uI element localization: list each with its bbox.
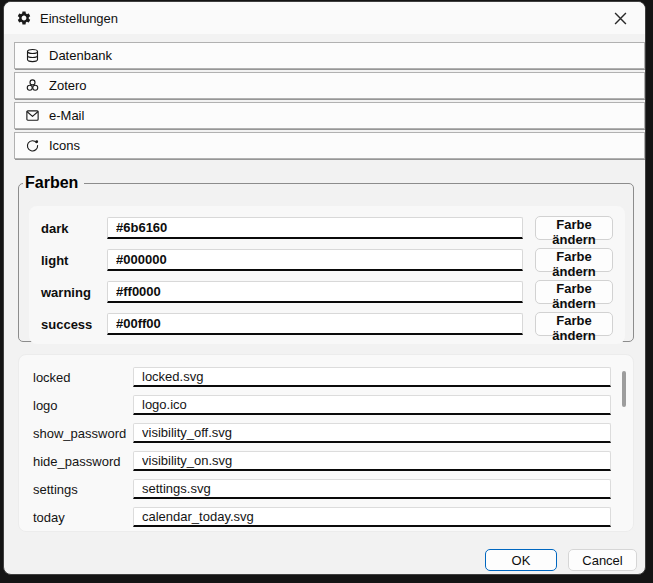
section-zotero[interactable]: Zotero: [14, 72, 645, 99]
section-label: e-Mail: [49, 108, 84, 123]
cancel-button[interactable]: Cancel: [568, 549, 637, 571]
ok-button[interactable]: OK: [485, 549, 557, 571]
section-label: Icons: [49, 138, 80, 153]
color-input-light[interactable]: [107, 249, 523, 271]
settings-dialog: Einstellungen Datenbank Zotero: [3, 1, 646, 575]
color-input-warning[interactable]: [107, 281, 523, 303]
color-label-dark: dark: [41, 221, 95, 236]
icon-file-label-hide-password: hide_password: [33, 454, 125, 469]
change-color-button-dark[interactable]: Farbe ändern: [535, 216, 613, 240]
close-button[interactable]: [603, 5, 637, 31]
color-input-success[interactable]: [107, 313, 523, 335]
dialog-footer: OK Cancel: [485, 549, 637, 571]
icon-file-input-settings[interactable]: [133, 479, 611, 499]
mail-icon: [25, 108, 40, 123]
scrollbar-thumb[interactable]: [622, 371, 626, 407]
section-label: Datenbank: [49, 48, 112, 63]
change-color-button-warning[interactable]: Farbe ändern: [535, 280, 613, 304]
window-title: Einstellungen: [40, 11, 118, 26]
change-color-button-light[interactable]: Farbe ändern: [535, 248, 613, 272]
close-icon: [614, 12, 627, 25]
color-label-warning: warning: [41, 285, 95, 300]
icon-file-label-settings: settings: [33, 482, 125, 497]
section-label: Zotero: [49, 78, 87, 93]
color-label-success: success: [41, 317, 95, 332]
database-icon: [25, 48, 40, 63]
change-color-button-success[interactable]: Farbe ändern: [535, 312, 613, 336]
refresh-icon: [25, 138, 40, 153]
icon-file-input-logo[interactable]: [133, 395, 611, 415]
icon-file-label-show-password: show_password: [33, 426, 125, 441]
farben-panel: dark Farbe ändern light Farbe ändern war…: [29, 206, 625, 344]
icon-file-label-today: today: [33, 510, 125, 525]
section-email[interactable]: e-Mail: [14, 102, 645, 129]
icon-file-input-locked[interactable]: [133, 367, 611, 387]
icon-file-input-show-password[interactable]: [133, 423, 611, 443]
zotero-icon: [25, 78, 40, 93]
farben-groupbox: Farben dark Farbe ändern light Farbe änd…: [18, 174, 634, 342]
farben-legend: Farben: [23, 174, 84, 192]
icon-file-input-hide-password[interactable]: [133, 451, 611, 471]
icon-files-panel: locked logo show_password hide_password …: [18, 354, 634, 532]
desktop-background: Einstellungen Datenbank Zotero: [0, 0, 653, 583]
color-label-light: light: [41, 253, 95, 268]
icon-file-input-today[interactable]: [133, 507, 611, 527]
section-icons[interactable]: Icons: [14, 132, 645, 159]
color-input-dark[interactable]: [107, 217, 523, 239]
section-datenbank[interactable]: Datenbank: [14, 42, 645, 69]
icon-file-label-locked: locked: [33, 370, 125, 385]
icon-file-label-logo: logo: [33, 398, 125, 413]
gear-icon: [16, 10, 32, 26]
title-bar: Einstellungen: [4, 2, 645, 34]
